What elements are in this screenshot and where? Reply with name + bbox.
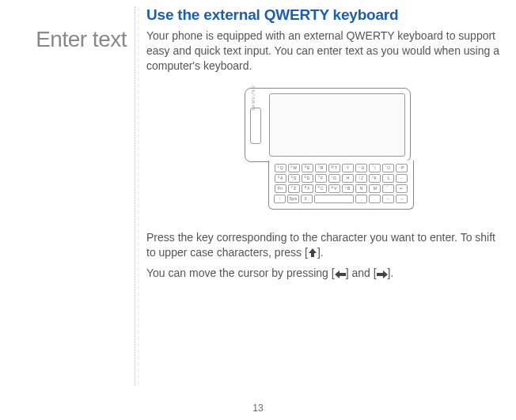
key: )K [369,174,381,183]
sidebar: Enter text [0,6,135,386]
keyboard-row-2: 4A 5S 6D ?F /G H (J )K :L ← [274,174,408,183]
key: (J [355,174,367,183]
key: 'M [369,184,381,193]
phone-body: SAMSUNG [245,88,411,162]
key: +B [342,184,354,193]
key-enter: ↵ [396,184,408,193]
text-fragment: ]. [388,267,394,279]
key-shift: ↑ [274,195,286,203]
key: " [382,184,394,193]
text-fragment: ]. [317,246,324,259]
manual-page: Enter text Use the external QWERTY keybo… [0,0,516,402]
key-sym: Sym [287,195,299,203]
key: H [342,174,354,183]
key: /G [328,174,340,183]
arrow-right-icon [377,271,388,278]
key: #R [315,164,327,172]
page-number: 13 [252,403,263,414]
shift-instruction: Press the key corresponding to the chara… [146,230,500,260]
key: 0 . [301,195,313,203]
section-title: Enter text [0,27,127,52]
key: 8X [302,184,313,193]
key-space [314,195,354,203]
text-fragment: ] and [ [346,267,377,279]
key: 3E [302,164,313,172]
qwerty-keyboard: 1Q 2W 3E #R @T Y —U !I *O –P 4A 5S [268,161,414,210]
key: . [369,195,381,203]
arrow-left-icon [335,271,346,278]
key: N [355,184,367,193]
phone-device: SAMSUNG 1Q 2W 3E #R @T Y —U !I *O –P [229,88,419,214]
key: !I [369,164,381,172]
key: —U [355,164,367,172]
vertical-divider [135,6,135,386]
key: :L [382,174,394,183]
key: 6D [302,174,313,183]
brand-label: SAMSUNG [251,79,256,111]
keyboard-row-1: 1Q 2W 3E #R @T Y —U !I *O –P [274,164,408,172]
key: , [355,195,367,203]
key: ?F [315,174,327,183]
key: 9C [315,184,327,193]
key: –P [396,164,408,172]
cursor-instruction: You can move the cursor by pressing [] a… [146,266,500,281]
keyboard-row-4: ↑ Sym 0 . , . ← → [274,195,408,203]
key-left: ← [382,195,394,203]
content-area: Use the external QWERTY keyboard Your ph… [146,6,500,386]
keyboard-row-3: Fn 7Z 8X 9C &V +B N 'M " ↵ [274,184,408,193]
key: 4A [275,174,286,183]
key-backspace: ← [396,174,408,183]
text-fragment: You can move the cursor by pressing [ [146,267,335,279]
phone-screen [269,93,405,157]
key: 2W [288,164,300,172]
key: &V [328,184,340,193]
earpiece [250,108,261,144]
key: 1Q [275,164,286,172]
shift-up-icon [308,248,317,258]
key: Y [342,164,354,172]
key-right: → [396,195,408,203]
key: @T [328,164,340,172]
key: 5S [288,174,300,183]
key: 7Z [288,184,300,193]
heading: Use the external QWERTY keyboard [146,6,500,24]
intro-paragraph: Your phone is equipped with an external … [146,28,500,74]
key-fn: Fn [275,184,286,193]
key: *O [382,164,394,172]
device-illustration: SAMSUNG 1Q 2W 3E #R @T Y —U !I *O –P [146,88,500,214]
